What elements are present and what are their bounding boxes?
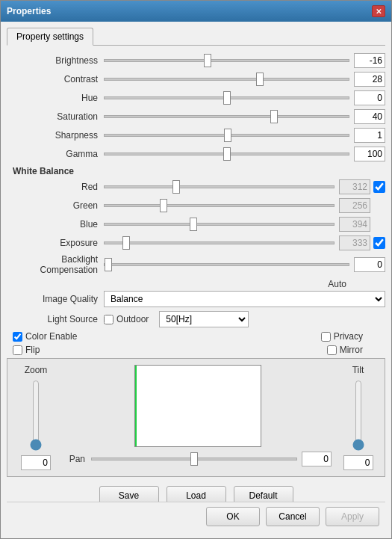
zoom-label: Zoom bbox=[25, 365, 48, 375]
blue-value[interactable] bbox=[339, 217, 370, 232]
gamma-slider[interactable] bbox=[104, 153, 349, 155]
red-row: Red bbox=[7, 179, 385, 194]
image-quality-select[interactable]: Balance Sharpness Smoothness bbox=[104, 291, 385, 307]
outdoor-cb-container: Outdoor bbox=[104, 314, 149, 324]
hue-row: Hue bbox=[7, 90, 385, 105]
ok-button[interactable]: OK bbox=[206, 507, 260, 526]
hue-slider-container bbox=[104, 90, 349, 105]
exposure-row: Exposure bbox=[7, 235, 385, 250]
default-button[interactable]: Default bbox=[234, 486, 293, 502]
tilt-slider[interactable] bbox=[351, 380, 366, 451]
apply-button[interactable]: Apply bbox=[326, 507, 379, 526]
window-title: Properties bbox=[7, 6, 51, 16]
flip-checkbox[interactable] bbox=[13, 345, 22, 355]
backlight-row: Backlight Compensation bbox=[7, 254, 385, 275]
auto-row: Auto bbox=[7, 279, 385, 289]
contrast-label: Contrast bbox=[7, 74, 104, 84]
bottom-buttons: Save Load Default bbox=[7, 480, 385, 502]
exposure-value[interactable] bbox=[339, 235, 370, 250]
sharpness-slider-container bbox=[104, 128, 349, 143]
properties-window: Properties ✕ Property settings Brightnes… bbox=[0, 0, 392, 539]
saturation-value[interactable] bbox=[354, 109, 385, 124]
gamma-label: Gamma bbox=[7, 149, 104, 159]
tilt-value[interactable] bbox=[343, 455, 373, 470]
privacy-label: Privacy bbox=[334, 331, 363, 342]
backlight-slider-container bbox=[104, 257, 349, 272]
saturation-row: Saturation bbox=[7, 109, 385, 124]
freq-select[interactable]: 50[Hz] 60[Hz] Outdoor bbox=[159, 311, 249, 327]
close-button[interactable]: ✕ bbox=[372, 5, 385, 17]
saturation-slider[interactable] bbox=[104, 115, 349, 118]
green-row: Green bbox=[7, 198, 385, 213]
pan-row: Pan bbox=[64, 452, 332, 466]
zoom-slider[interactable] bbox=[28, 380, 43, 451]
brightness-value[interactable] bbox=[354, 53, 385, 68]
outdoor-checkbox[interactable] bbox=[104, 315, 113, 324]
auto-label: Auto bbox=[328, 279, 346, 289]
backlight-value[interactable] bbox=[354, 257, 385, 272]
ptz-area: Zoom Pan Tilt bbox=[7, 358, 385, 477]
pan-value[interactable] bbox=[302, 452, 332, 466]
tilt-section: Tilt bbox=[337, 365, 379, 470]
red-slider[interactable] bbox=[104, 185, 335, 188]
contrast-value[interactable] bbox=[354, 72, 385, 87]
brightness-label: Brightness bbox=[7, 55, 104, 66]
exposure-label: Exposure bbox=[7, 238, 104, 248]
light-source-row: Light Source Outdoor 50[Hz] 60[Hz] Outdo… bbox=[7, 311, 385, 327]
backlight-slider[interactable] bbox=[104, 263, 349, 266]
footer-buttons: OK Cancel Apply bbox=[7, 502, 385, 532]
saturation-slider-container bbox=[104, 109, 349, 124]
image-quality-row: Image Quality Balance Sharpness Smoothne… bbox=[7, 291, 385, 307]
title-bar: Properties ✕ bbox=[1, 1, 391, 22]
blue-label: Blue bbox=[7, 219, 104, 230]
exposure-checkbox[interactable] bbox=[373, 237, 385, 249]
red-checkbox[interactable] bbox=[373, 181, 385, 193]
tab-property-settings[interactable]: Property settings bbox=[7, 28, 93, 46]
hue-value[interactable] bbox=[354, 90, 385, 105]
mirror-label: Mirror bbox=[340, 345, 363, 355]
exposure-slider[interactable] bbox=[104, 241, 335, 244]
flip-item: Flip bbox=[13, 345, 40, 355]
exposure-slider-container bbox=[104, 235, 335, 250]
pan-slider[interactable] bbox=[91, 458, 297, 461]
hue-slider[interactable] bbox=[104, 96, 349, 99]
color-enable-checkbox[interactable] bbox=[13, 332, 22, 342]
preview-line bbox=[135, 366, 137, 446]
red-value[interactable] bbox=[339, 179, 370, 194]
load-button[interactable]: Load bbox=[167, 486, 226, 502]
outdoor-label: Outdoor bbox=[116, 314, 149, 324]
blue-slider[interactable] bbox=[104, 223, 335, 226]
green-value[interactable] bbox=[339, 198, 370, 213]
green-slider-container bbox=[104, 198, 335, 213]
hue-label: Hue bbox=[7, 93, 104, 103]
contrast-slider[interactable] bbox=[104, 78, 349, 81]
settings-area: Brightness Contrast Hue bbox=[7, 53, 385, 502]
red-slider-container bbox=[104, 179, 335, 194]
white-balance-label: White Balance bbox=[13, 166, 385, 176]
title-bar-buttons: ✕ bbox=[372, 5, 385, 17]
privacy-checkbox[interactable] bbox=[321, 332, 331, 342]
sharpness-value[interactable] bbox=[354, 128, 385, 143]
privacy-item: Privacy bbox=[321, 331, 363, 342]
save-button[interactable]: Save bbox=[99, 486, 159, 502]
color-enable-label: Color Enable bbox=[25, 331, 77, 342]
light-source-label: Light Source bbox=[7, 314, 104, 324]
tab-bar: Property settings bbox=[7, 28, 385, 46]
green-label: Green bbox=[7, 200, 104, 211]
mirror-checkbox[interactable] bbox=[327, 345, 337, 355]
mirror-item: Mirror bbox=[327, 345, 363, 355]
cancel-button[interactable]: Cancel bbox=[266, 507, 320, 526]
sharpness-slider[interactable] bbox=[104, 134, 349, 137]
backlight-label: Backlight Compensation bbox=[7, 254, 104, 275]
saturation-label: Saturation bbox=[7, 111, 104, 122]
flip-label: Flip bbox=[25, 345, 40, 355]
brightness-slider[interactable] bbox=[104, 59, 349, 62]
pan-label: Pan bbox=[64, 454, 85, 464]
tilt-label: Tilt bbox=[352, 365, 364, 375]
green-slider[interactable] bbox=[104, 204, 335, 207]
zoom-value[interactable] bbox=[21, 455, 51, 470]
gamma-value[interactable] bbox=[354, 147, 385, 161]
gamma-slider-container bbox=[104, 147, 349, 161]
brightness-slider-container bbox=[104, 53, 349, 68]
gamma-row: Gamma bbox=[7, 147, 385, 161]
